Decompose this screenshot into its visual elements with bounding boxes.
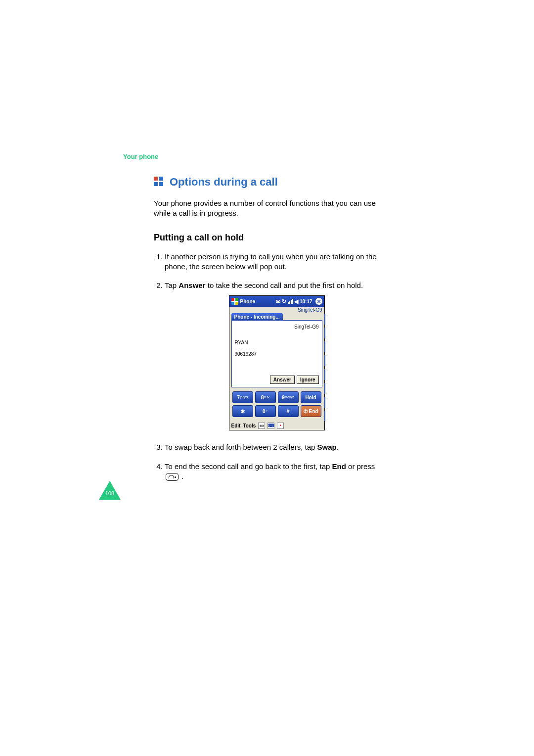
speaker-icon: ◀ [294,299,298,304]
step-4-text-d: . [179,472,183,480]
page-number: 108 [99,490,121,496]
incoming-tab: Phone - Incoming... [231,313,283,321]
key-7[interactable]: 7pqrs [232,391,253,403]
phone-title-bar: Phone ✉ ↻ ◀ 10:17 ✕ [229,296,324,307]
step-4: To end the second call and go back to th… [165,462,389,482]
heading-bullet-icon [154,177,165,188]
heading-row: Options during a call [154,176,389,189]
page-heading: Options during a call [170,176,278,189]
popup-carrier: SingTel-G9 [294,324,318,331]
main-content: Options during a call Your phone provide… [154,176,389,490]
tools-menu[interactable]: Tools [243,423,256,429]
step-3-text-a: To swap back and forth between 2 callers… [165,443,317,451]
step-3-text-c: . [337,443,339,451]
note-icon[interactable]: ▭ [258,423,265,429]
record-icon[interactable] [277,423,284,429]
key-9[interactable]: 9wxyz [278,391,299,403]
phone-bottom-bar: Edit Tools ▭ ⌨ [229,421,324,430]
step-4-end: End [332,462,346,471]
step-2-text-a: Tap [165,281,178,289]
sync-icon: ↻ [282,299,286,304]
step-4-text-a: To end the second call and go back to th… [165,462,332,471]
step-4-text-c: or press [346,462,375,471]
incoming-call-popup: SingTel-G9 RYAN 90619287 Answer Ignore [231,320,322,387]
close-icon[interactable]: ✕ [315,298,322,305]
phone-app-title: Phone [240,298,256,305]
caller-name: RYAN [235,339,319,346]
status-icons: ✉ ↻ ◀ 10:17 ✕ [276,298,322,305]
page-number-badge: 108 [99,481,121,501]
key-8[interactable]: 8tuv [255,391,276,403]
key-star[interactable]: ✱ [232,405,253,417]
incoming-tab-bar: Phone - Incoming... [231,314,322,321]
section-heading: Putting a call on hold [154,233,389,243]
step-2-answer: Answer [178,281,205,289]
status-time: 10:17 [300,298,312,305]
answer-button[interactable]: Answer [270,376,295,384]
step-3-swap: Swap [317,443,337,451]
phone-screenshot: Phone ✉ ↻ ◀ 10:17 ✕ Sin [229,295,325,430]
step-2: Tap Answer to take the second call and p… [165,281,389,430]
dialpad: 7pqrs 8tuv 9wxyz Hold ✱ 0+ # ✆End [231,387,322,419]
caller-number: 90619287 [235,351,319,358]
ignore-button[interactable]: Ignore [297,376,319,384]
steps-list: If another person is trying to call you … [154,252,389,482]
key-0[interactable]: 0+ [255,405,276,417]
signal-icon [288,299,293,304]
keyboard-icon[interactable]: ⌨ [267,423,274,429]
chat-icon: ✉ [276,299,280,304]
phone-body: Phone - Incoming... SingTel-G9 RYAN 9061… [229,314,324,421]
edit-menu[interactable]: Edit [231,423,241,429]
phone-icon: ✆ [304,408,308,415]
hangup-hardware-button-icon [166,473,178,481]
breadcrumb: Your phone [123,153,158,160]
windows-flag-icon [231,298,238,305]
hold-button[interactable]: Hold [301,391,321,403]
intro-paragraph: Your phone provides a number of control … [154,198,389,219]
step-1: If another person is trying to call you … [165,252,389,272]
step-3: To swap back and forth between 2 callers… [165,442,389,452]
end-button[interactable]: ✆End [301,405,321,417]
step-2-text-c: to take the second call and put the firs… [206,281,363,289]
key-hash[interactable]: # [278,405,299,417]
